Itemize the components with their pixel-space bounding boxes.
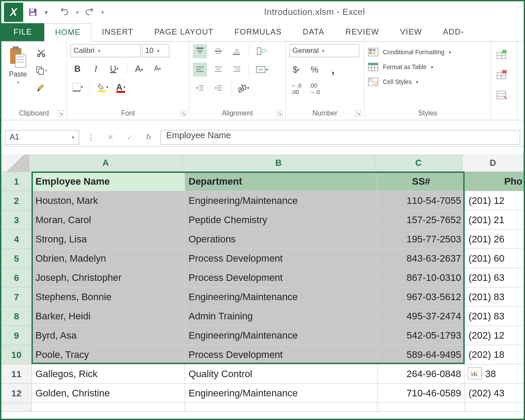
insert-function-button[interactable]: fx (141, 130, 156, 145)
italic-button[interactable]: I (89, 62, 103, 76)
cancel-formula-button[interactable]: ✕ (103, 130, 118, 145)
name-box[interactable]: A1 ▾ (5, 130, 79, 145)
row-header-7[interactable]: 7 (1, 287, 32, 307)
enter-formula-button[interactable]: ✓ (122, 130, 137, 145)
cell[interactable]: 542-05-1793 (378, 326, 465, 345)
row-header-1[interactable]: 1 (1, 172, 32, 191)
row-header-12[interactable]: 12 (1, 384, 32, 403)
underline-button[interactable]: U▾ (107, 62, 121, 76)
undo-button[interactable] (56, 4, 72, 20)
redo-button[interactable] (82, 4, 98, 20)
cell[interactable]: Barker, Heidi (32, 307, 185, 326)
cell[interactable]: (201) 63 (465, 268, 525, 287)
column-header-C[interactable]: C (375, 154, 462, 172)
number-format-combo[interactable]: General▾ (289, 44, 359, 57)
cut-button[interactable] (35, 47, 48, 59)
cell[interactable]: (202) 18 (465, 345, 525, 364)
cell[interactable]: Engineering/Maintenance (185, 191, 378, 210)
cell[interactable]: (201) 12 (465, 191, 525, 210)
cells-area[interactable]: Employee NameDepartmentSS#PhoHouston, Ma… (32, 172, 525, 412)
excel-logo-icon[interactable] (4, 3, 23, 22)
row-header-2[interactable]: 2 (1, 191, 32, 210)
cell[interactable]: 157-25-7652 (378, 210, 465, 230)
font-dialog-launcher[interactable]: ↘ (180, 110, 186, 116)
qat-customize-arrow-icon[interactable]: ▾ (42, 4, 49, 20)
align-middle-button[interactable] (211, 44, 225, 58)
cell[interactable]: (202) 43 (465, 384, 525, 403)
conditional-formatting-button[interactable]: Conditional Formatting▾ (368, 48, 451, 56)
cell[interactable]: Engineering/Maintenance (185, 326, 378, 345)
row-header-9[interactable]: 9 (1, 326, 32, 345)
header-cell[interactable]: Department (185, 172, 378, 191)
cell[interactable]: Strong, Lisa (32, 230, 185, 249)
formula-input[interactable]: Employee Name (161, 130, 520, 145)
cell[interactable]: (201) 83 (465, 287, 525, 307)
alignment-dialog-launcher[interactable]: ↘ (276, 110, 283, 116)
header-cell[interactable]: Employee Name (32, 172, 185, 191)
select-all-corner[interactable] (1, 154, 29, 172)
decrease-decimal-button[interactable]: .00→.0 (308, 82, 322, 96)
increase-indent-button[interactable] (211, 81, 225, 95)
quick-analysis-button[interactable] (468, 367, 482, 379)
cell[interactable]: Engineering/Maintenance (185, 287, 378, 307)
header-cell[interactable]: Pho (465, 172, 525, 191)
increase-decimal-button[interactable]: ←.0.00 (289, 82, 303, 96)
cell-styles-button[interactable]: Cell Styles▾ (368, 77, 418, 86)
cell[interactable]: 264-96-0848 (378, 364, 465, 384)
cell[interactable]: Engineering/Maintenance (185, 384, 378, 403)
row-header-6[interactable]: 6 (1, 268, 32, 287)
tab-addins[interactable]: ADD- (432, 23, 474, 41)
align-left-button[interactable] (193, 63, 207, 77)
row-header-3[interactable]: 3 (1, 210, 32, 230)
cell[interactable]: (201) 21 (465, 210, 525, 230)
clipboard-dialog-launcher[interactable]: ↘ (58, 110, 64, 116)
cell[interactable]: 710-46-0589 (378, 384, 465, 403)
cell[interactable]: Gallegos, Rick (32, 364, 185, 384)
column-header-B[interactable]: B (182, 154, 375, 172)
number-dialog-launcher[interactable]: ↘ (355, 110, 361, 116)
borders-button[interactable]: ▾ (70, 80, 84, 94)
cell[interactable]: 195-77-2503 (378, 230, 465, 249)
align-bottom-button[interactable] (230, 44, 244, 58)
tab-home[interactable]: HOME (44, 23, 91, 42)
format-painter-button[interactable] (35, 82, 48, 94)
cell[interactable] (32, 403, 185, 412)
insert-cells-button[interactable] (495, 48, 509, 62)
fill-color-button[interactable]: ▾ (95, 80, 109, 94)
accounting-format-button[interactable]: $▾ (289, 63, 303, 77)
bold-button[interactable]: B (70, 62, 84, 76)
row-header-10[interactable]: 10 (1, 345, 32, 364)
cell[interactable]: 495-37-2474 (378, 307, 465, 326)
row-header-8[interactable]: 8 (1, 307, 32, 326)
font-color-button[interactable]: A▾ (114, 80, 128, 94)
row-header-4[interactable]: 4 (1, 230, 32, 249)
tab-file[interactable]: FILE (1, 23, 44, 41)
align-center-button[interactable] (211, 63, 225, 77)
increase-font-button[interactable]: A▴ (132, 62, 146, 76)
cell[interactable]: Moran, Carol (32, 210, 185, 230)
align-top-button[interactable] (193, 44, 207, 58)
cell[interactable]: Process Development (185, 249, 378, 268)
delete-cells-button[interactable] (495, 68, 509, 82)
cell[interactable]: 867-10-0310 (378, 268, 465, 287)
cell[interactable]: Poole, Tracy (32, 345, 185, 364)
decrease-indent-button[interactable] (193, 81, 207, 95)
cell[interactable]: 967-03-5612 (378, 287, 465, 307)
font-name-combo[interactable]: Calibri▾ (70, 44, 140, 57)
cell[interactable]: Houston, Mark (32, 191, 185, 210)
tab-review[interactable]: REVIEW (335, 23, 389, 41)
percent-format-button[interactable]: % (308, 63, 322, 77)
cell[interactable] (185, 403, 378, 412)
cell[interactable]: 110-54-7055 (378, 191, 465, 210)
save-button[interactable] (25, 4, 41, 20)
tab-formulas[interactable]: FORMULAS (224, 23, 292, 41)
cell[interactable]: 843-63-2637 (378, 249, 465, 268)
orientation-button[interactable]: ab▾ (236, 81, 250, 95)
header-cell[interactable]: SS# (378, 172, 465, 191)
format-cells-button[interactable] (495, 88, 509, 102)
copy-button[interactable]: ▾ (35, 64, 48, 77)
column-header-A[interactable]: A (29, 154, 182, 172)
cell[interactable]: Obrien, Madelyn (32, 249, 185, 268)
cell[interactable]: Operations (185, 230, 378, 249)
tab-data[interactable]: DATA (292, 23, 335, 41)
